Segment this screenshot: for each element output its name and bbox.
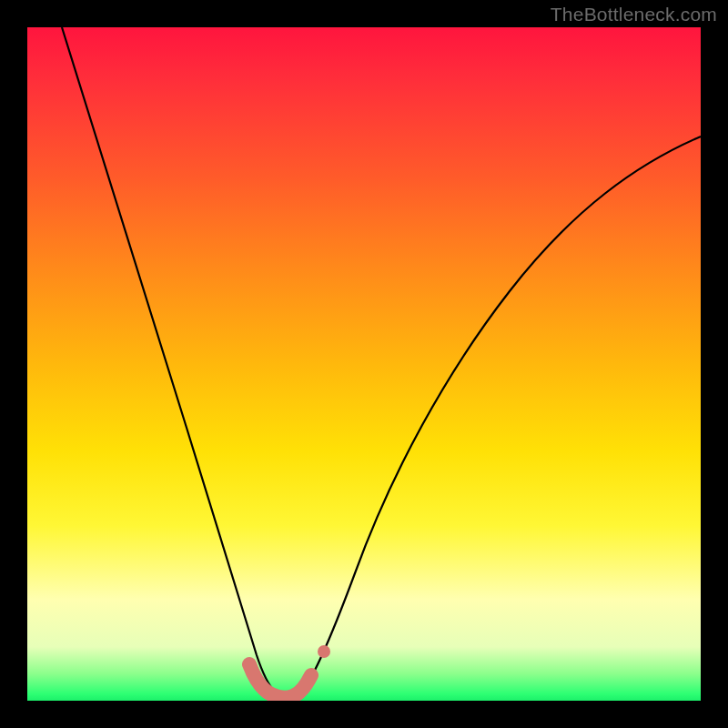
bottleneck-curve	[62, 27, 701, 697]
curve-layer	[27, 27, 701, 701]
watermark-text: TheBottleneck.com	[551, 4, 717, 25]
plot-area	[27, 27, 701, 701]
chart-frame: TheBottleneck.com	[0, 0, 728, 728]
marker-dot	[318, 645, 330, 658]
marker-segment	[249, 664, 311, 698]
